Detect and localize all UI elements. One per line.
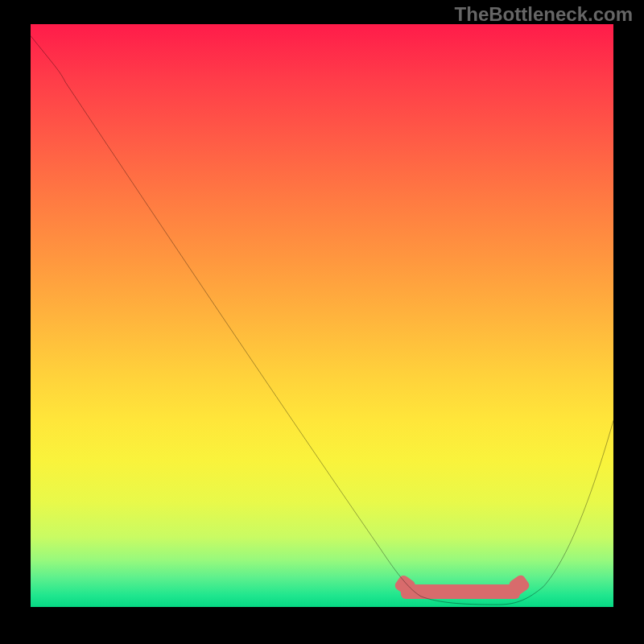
watermark-label: TheBottleneck.com [455,3,633,26]
plot-area [31,24,613,607]
chart-frame: TheBottleneck.com [0,0,644,644]
bottleneck-curve [31,24,613,607]
curve-path [31,35,613,605]
